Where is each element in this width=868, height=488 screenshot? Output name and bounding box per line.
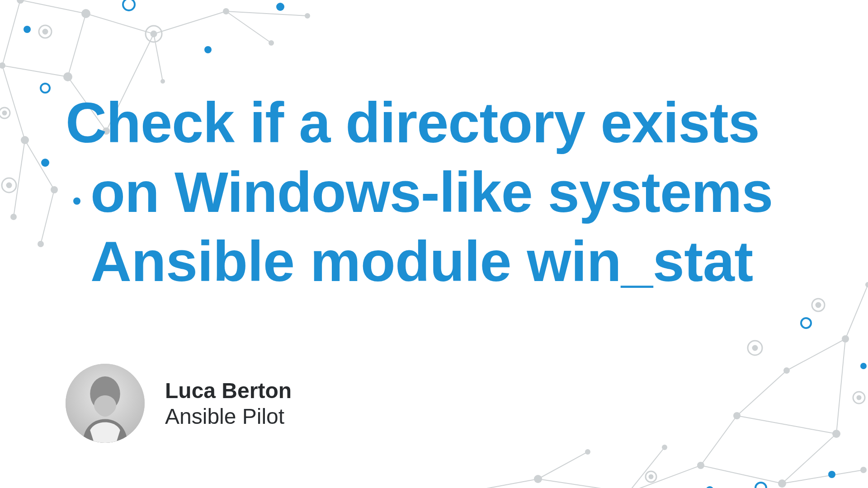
svg-point-19	[0, 62, 5, 69]
svg-point-38	[41, 84, 50, 93]
svg-point-61	[778, 479, 786, 488]
svg-point-17	[223, 8, 229, 14]
svg-line-1	[86, 14, 154, 34]
svg-line-50	[787, 339, 845, 371]
svg-point-73	[816, 303, 821, 307]
svg-point-70	[748, 341, 762, 355]
svg-point-80	[801, 318, 811, 328]
background-graph-bottom-right	[439, 267, 868, 488]
heading-line2: on Windows-like systems	[90, 158, 832, 227]
svg-point-40	[204, 46, 212, 53]
svg-point-76	[646, 471, 656, 482]
svg-line-2	[154, 11, 226, 34]
svg-point-15	[17, 0, 24, 4]
svg-point-74	[853, 392, 865, 404]
svg-point-77	[649, 475, 653, 479]
svg-point-67	[832, 430, 840, 438]
svg-line-10	[25, 140, 54, 190]
svg-line-44	[538, 479, 628, 488]
svg-point-75	[857, 396, 861, 399]
svg-line-47	[782, 470, 863, 483]
svg-line-54	[737, 416, 836, 434]
svg-point-20	[63, 72, 72, 81]
svg-point-39	[24, 26, 31, 33]
svg-point-32	[2, 178, 16, 192]
svg-point-35	[3, 111, 6, 115]
svg-line-51	[845, 285, 868, 339]
svg-point-37	[41, 159, 49, 167]
svg-point-72	[812, 299, 825, 311]
svg-point-23	[10, 214, 17, 220]
svg-point-16	[81, 9, 90, 18]
svg-point-41	[276, 3, 284, 11]
author-block: Luca Berton Ansible Pilot	[66, 364, 292, 443]
svg-line-13	[154, 34, 163, 81]
svg-line-9	[14, 140, 25, 217]
svg-point-22	[21, 136, 29, 144]
svg-point-26	[160, 79, 165, 84]
svg-line-45	[628, 465, 701, 488]
svg-point-71	[753, 346, 757, 350]
svg-line-14	[226, 11, 271, 43]
svg-point-33	[7, 183, 11, 188]
author-title: Ansible Pilot	[165, 404, 292, 429]
svg-point-81	[828, 471, 835, 478]
author-name: Luca Berton	[165, 378, 292, 403]
svg-point-58	[534, 475, 542, 483]
svg-line-56	[538, 452, 588, 479]
svg-line-7	[2, 66, 25, 140]
svg-point-30	[39, 25, 52, 38]
svg-point-18	[305, 13, 310, 19]
svg-point-29	[151, 31, 156, 37]
svg-line-46	[701, 465, 782, 483]
svg-line-55	[628, 447, 665, 488]
svg-point-66	[865, 282, 868, 287]
svg-line-48	[701, 416, 737, 465]
avatar	[66, 364, 145, 443]
svg-line-43	[452, 479, 538, 488]
svg-line-11	[41, 190, 54, 244]
svg-point-65	[842, 335, 849, 343]
svg-point-31	[43, 29, 47, 34]
svg-point-68	[662, 445, 667, 450]
svg-point-36	[123, 0, 135, 10]
svg-point-28	[146, 26, 162, 42]
svg-point-64	[783, 367, 790, 374]
svg-line-3	[226, 11, 307, 16]
svg-point-27	[269, 40, 274, 46]
heading-line1: Check if a directory exists	[66, 88, 832, 158]
svg-line-53	[836, 339, 845, 434]
svg-point-63	[733, 412, 741, 419]
slide-heading: Check if a directory exists on Windows-l…	[66, 88, 832, 296]
svg-line-8	[2, 66, 68, 77]
svg-point-78	[706, 486, 714, 488]
svg-point-60	[697, 462, 704, 469]
svg-point-34	[0, 108, 10, 118]
svg-line-52	[782, 434, 836, 483]
svg-point-69	[585, 449, 590, 455]
svg-line-0	[20, 0, 86, 14]
svg-point-24	[51, 186, 58, 193]
svg-line-6	[2, 0, 20, 66]
svg-point-62	[860, 467, 867, 473]
svg-line-49	[737, 371, 787, 416]
svg-point-82	[860, 363, 867, 369]
svg-point-25	[38, 241, 44, 247]
svg-line-4	[68, 14, 86, 77]
svg-point-79	[755, 483, 766, 488]
heading-line3: Ansible module win_stat	[90, 227, 832, 296]
